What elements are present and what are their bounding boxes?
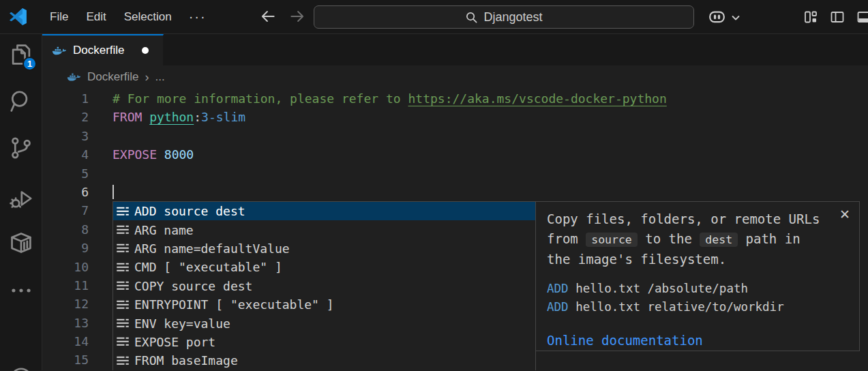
line-number: 14 bbox=[42, 332, 89, 351]
suggest-item-label: EXPOSE port bbox=[134, 335, 215, 349]
code-token: python bbox=[149, 110, 194, 124]
line-number: 11 bbox=[42, 276, 89, 295]
suggest-item[interactable]: ENTRYPOINT [ "executable" ] bbox=[113, 295, 535, 314]
suggest-item-label: ENV key=value bbox=[134, 316, 230, 331]
code-token: 8000 bbox=[164, 147, 194, 162]
menu-overflow-button[interactable]: ··· bbox=[181, 8, 215, 26]
suggest-widget: ADD source dest ARG name ARG name=defaul… bbox=[113, 201, 860, 370]
line-number: 9 bbox=[42, 239, 89, 257]
suggest-list: ADD source dest ARG name ARG name=defaul… bbox=[113, 201, 536, 370]
docker-extension-icon[interactable] bbox=[8, 230, 34, 256]
snippet-icon bbox=[116, 241, 130, 255]
snippet-icon bbox=[116, 354, 130, 368]
code-token: FROM bbox=[113, 110, 149, 124]
docs-example-line: ADD hello.txt relative/to/workdir bbox=[547, 298, 848, 316]
docs-examples: ADD hello.txt /absolute/pathADD hello.tx… bbox=[547, 280, 848, 316]
snippet-icon bbox=[116, 316, 130, 330]
more-views-icon[interactable] bbox=[8, 278, 34, 303]
docs-example-keyword: ADD bbox=[547, 300, 569, 314]
copilot-menu[interactable] bbox=[707, 8, 741, 27]
docker-file-icon bbox=[52, 45, 67, 57]
suggest-item[interactable]: CMD [ "executable" ] bbox=[113, 258, 535, 276]
gutter: 123456789101112131415 bbox=[42, 89, 89, 370]
line-number: 4 bbox=[42, 145, 89, 164]
copilot-icon bbox=[707, 8, 727, 27]
line-number: 8 bbox=[42, 220, 89, 239]
suggest-item[interactable]: ENV key=value bbox=[113, 314, 535, 332]
suggest-item-label: ARG name bbox=[134, 223, 194, 237]
title-bar: File Edit Selection ··· Djangotest bbox=[0, 0, 868, 34]
back-arrow-button[interactable] bbox=[259, 8, 277, 25]
explorer-badge: 1 bbox=[23, 57, 37, 71]
suggest-item-label: ENTRYPOINT [ "executable" ] bbox=[134, 297, 334, 312]
breadcrumb: Dockerfile › ... bbox=[42, 65, 868, 89]
close-icon[interactable]: ✕ bbox=[839, 208, 850, 221]
code-line bbox=[113, 127, 868, 145]
line-number: 2 bbox=[42, 108, 89, 126]
suggest-item-label: CMD [ "executable" ] bbox=[134, 260, 282, 274]
suggest-item[interactable]: ARG name bbox=[113, 220, 535, 239]
suggest-item-label: ARG name=defaultValue bbox=[134, 241, 290, 256]
suggest-item[interactable]: FROM baseImage bbox=[113, 351, 535, 370]
menu-selection[interactable]: Selection bbox=[115, 6, 181, 28]
code-token: https://aka.ms/vscode-docker-python bbox=[408, 91, 666, 106]
line-number: 7 bbox=[42, 201, 89, 220]
code-line: # For more information, please refer to … bbox=[113, 89, 868, 108]
code-editor[interactable]: 123456789101112131415 # For more informa… bbox=[42, 89, 868, 370]
menu-file[interactable]: File bbox=[41, 6, 77, 28]
suggest-item-label: ADD source dest bbox=[134, 204, 245, 218]
run-and-debug-icon[interactable] bbox=[8, 186, 34, 211]
snippet-icon bbox=[116, 205, 130, 218]
customize-layout-button[interactable] bbox=[803, 9, 819, 25]
code-line bbox=[113, 164, 868, 183]
snippet-icon bbox=[116, 298, 130, 312]
code-line bbox=[113, 183, 868, 201]
line-number: 12 bbox=[42, 295, 89, 313]
menu-edit[interactable]: Edit bbox=[77, 6, 115, 28]
docker-file-icon bbox=[67, 72, 81, 83]
search-value: Djangotest bbox=[483, 10, 542, 25]
suggest-item-label: COPY source dest bbox=[134, 279, 252, 293]
line-number: 13 bbox=[42, 314, 89, 332]
docs-example-line: ADD hello.txt /absolute/path bbox=[547, 280, 848, 298]
snippet-icon bbox=[116, 223, 130, 237]
suggest-item[interactable]: ADD source dest bbox=[113, 202, 535, 220]
code-token: EXPOSE bbox=[113, 147, 164, 162]
code-token: 3-slim bbox=[201, 110, 245, 124]
snippet-icon bbox=[116, 279, 130, 293]
suggest-item[interactable]: ARG name=defaultValue bbox=[113, 239, 535, 258]
modified-indicator[interactable] bbox=[142, 47, 149, 54]
online-documentation-link[interactable]: Online documentation bbox=[547, 331, 703, 351]
breadcrumb-item-more[interactable]: ... bbox=[155, 70, 165, 84]
text-cursor bbox=[113, 185, 114, 199]
command-center-search[interactable]: Djangotest bbox=[314, 5, 694, 29]
toggle-panel-button[interactable] bbox=[856, 9, 868, 25]
docs-text: to the bbox=[638, 231, 700, 246]
account-icon[interactable] bbox=[8, 366, 34, 371]
activity-bar: 1 bbox=[0, 34, 42, 370]
breadcrumb-item-file[interactable]: Dockerfile bbox=[87, 70, 139, 84]
line-number: 10 bbox=[42, 258, 89, 276]
editor-group: Dockerfile Dockerfile › ... 12345678910 bbox=[42, 34, 868, 370]
snippet-icon bbox=[116, 335, 130, 348]
line-number: 5 bbox=[42, 164, 89, 183]
code-token: : bbox=[194, 110, 201, 124]
suggest-item[interactable]: EXPOSE port bbox=[113, 333, 535, 351]
suggest-item[interactable]: COPY source dest bbox=[113, 277, 535, 295]
search-icon bbox=[465, 11, 478, 24]
inline-code: dest bbox=[700, 233, 738, 247]
tab-bar: Dockerfile bbox=[42, 34, 868, 65]
suggest-item-label: FROM baseImage bbox=[134, 353, 238, 368]
line-number: 15 bbox=[42, 351, 89, 369]
code-line: EXPOSE 8000 bbox=[113, 145, 868, 164]
docs-description: Copy files, folders, or remote URLs from… bbox=[547, 209, 830, 269]
source-control-icon[interactable] bbox=[8, 135, 34, 161]
chevron-down-icon bbox=[730, 12, 741, 23]
line-number: 3 bbox=[42, 127, 89, 145]
code-token: # For more information, please refer to bbox=[113, 91, 408, 106]
search-view-icon[interactable] bbox=[8, 89, 34, 115]
tab-dockerfile[interactable]: Dockerfile bbox=[42, 34, 164, 65]
toggle-sidebar-button[interactable] bbox=[829, 9, 845, 25]
docs-example-args: hello.txt /absolute/path bbox=[569, 282, 748, 295]
forward-arrow-button[interactable] bbox=[288, 8, 306, 25]
